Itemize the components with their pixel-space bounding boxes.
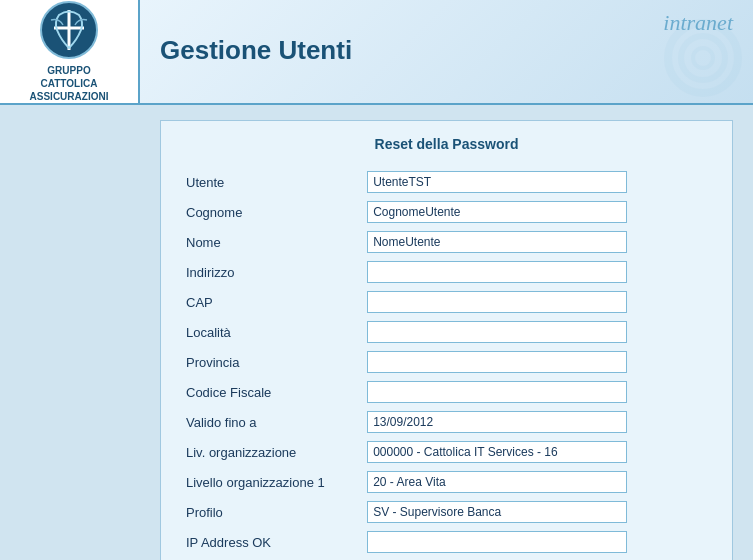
form-section-title: Reset della Password — [181, 136, 712, 152]
watermark — [663, 18, 743, 98]
value-cell-codice-fiscale — [362, 377, 712, 407]
content-area: Reset della Password UtenteCognomeNomeIn… — [0, 105, 753, 560]
label-liv-organizzazione-1: Livello organizzazione 1 — [181, 467, 362, 497]
form-row-valido-fino-a: Valido fino a — [181, 407, 712, 437]
input-codice-fiscale[interactable] — [367, 381, 627, 403]
value-cell-provincia — [362, 347, 712, 377]
form-row-profilo: Profilo — [181, 497, 712, 527]
content-right: Reset della Password UtenteCognomeNomeIn… — [140, 105, 753, 560]
logo-text: GRUPPO CATTOLICA ASSICURAZIONI — [30, 64, 109, 103]
label-profilo: Profilo — [181, 497, 362, 527]
input-provincia[interactable] — [367, 351, 627, 373]
input-cognome[interactable] — [367, 201, 627, 223]
input-liv-organizzazione-1[interactable] — [367, 471, 627, 493]
form-row-ip-address-ok: IP Address OK — [181, 527, 712, 557]
label-indirizzo: Indirizzo — [181, 257, 362, 287]
input-ip-address-ok[interactable] — [367, 531, 627, 553]
label-codice-fiscale: Codice Fiscale — [181, 377, 362, 407]
form-row-liv-organizzazione-1: Livello organizzazione 1 — [181, 467, 712, 497]
form-panel: Reset della Password UtenteCognomeNomeIn… — [160, 120, 733, 560]
svg-point-2 — [681, 36, 725, 80]
value-cell-cap — [362, 287, 712, 317]
input-liv-organizzazione[interactable] — [367, 441, 627, 463]
label-liv-organizzazione: Liv. organizzazione — [181, 437, 362, 467]
value-cell-valido-fino-a — [362, 407, 712, 437]
form-table: UtenteCognomeNomeIndirizzoCAPLocalitàPro… — [181, 167, 712, 560]
gruppo-cattolica-logo — [39, 0, 99, 60]
form-row-localita: Località — [181, 317, 712, 347]
input-localita[interactable] — [367, 321, 627, 343]
input-profilo[interactable] — [367, 501, 627, 523]
input-nome[interactable] — [367, 231, 627, 253]
label-utente: Utente — [181, 167, 362, 197]
form-row-codice-fiscale: Codice Fiscale — [181, 377, 712, 407]
form-row-cognome: Cognome — [181, 197, 712, 227]
value-cell-nome — [362, 227, 712, 257]
label-cognome: Cognome — [181, 197, 362, 227]
logo-area: GRUPPO CATTOLICA ASSICURAZIONI — [0, 0, 140, 103]
input-utente[interactable] — [367, 171, 627, 193]
form-row-liv-organizzazione: Liv. organizzazione — [181, 437, 712, 467]
label-cap: CAP — [181, 287, 362, 317]
form-row-indirizzo: Indirizzo — [181, 257, 712, 287]
label-valido-fino-a: Valido fino a — [181, 407, 362, 437]
value-cell-cognome — [362, 197, 712, 227]
form-row-cap: CAP — [181, 287, 712, 317]
label-nome: Nome — [181, 227, 362, 257]
input-valido-fino-a[interactable] — [367, 411, 627, 433]
value-cell-localita — [362, 317, 712, 347]
label-localita: Località — [181, 317, 362, 347]
value-cell-profilo — [362, 497, 712, 527]
input-indirizzo[interactable] — [367, 261, 627, 283]
value-cell-liv-organizzazione — [362, 437, 712, 467]
form-row-utente: Utente — [181, 167, 712, 197]
value-cell-liv-organizzazione-1 — [362, 467, 712, 497]
input-cap[interactable] — [367, 291, 627, 313]
value-cell-utente — [362, 167, 712, 197]
header: GRUPPO CATTOLICA ASSICURAZIONI intranet … — [0, 0, 753, 105]
value-cell-indirizzo — [362, 257, 712, 287]
value-cell-ip-address-ok — [362, 527, 712, 557]
sidebar — [0, 105, 140, 560]
page-wrapper: GRUPPO CATTOLICA ASSICURAZIONI intranet … — [0, 0, 753, 560]
form-row-provincia: Provincia — [181, 347, 712, 377]
form-row-nome: Nome — [181, 227, 712, 257]
label-provincia: Provincia — [181, 347, 362, 377]
label-ip-address-ok: IP Address OK — [181, 527, 362, 557]
svg-point-3 — [693, 48, 713, 68]
header-main: intranet Gestione Utenti — [140, 0, 753, 103]
page-title: Gestione Utenti — [160, 35, 733, 66]
